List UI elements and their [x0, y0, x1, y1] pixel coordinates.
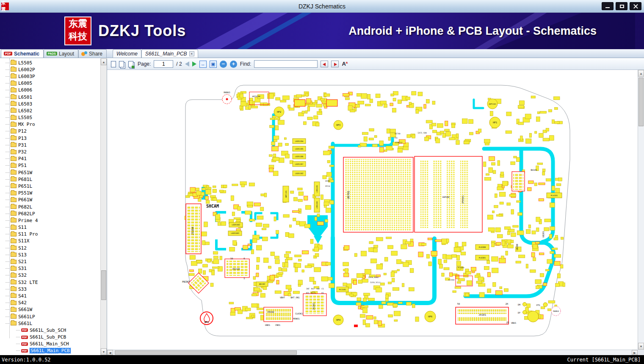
tree-folder-p661w[interactable]: P661W [0, 197, 100, 203]
tree-folder-l6502[interactable]: L6502 [0, 107, 100, 114]
banner-subtitle: Android + iPhone & PCB Layout - Schemati… [348, 25, 597, 38]
folder-icon [11, 164, 17, 168]
find-previous-icon[interactable] [321, 61, 328, 67]
zoom-in-icon[interactable]: + [230, 61, 237, 68]
tree-folder-s12[interactable]: S12 [0, 245, 100, 251]
tree-folder-s11[interactable]: S11 [0, 224, 100, 231]
page-layout-icon-2[interactable] [119, 61, 124, 67]
svg-text:PL4101: PL4101 [551, 195, 558, 197]
tab-layout[interactable]: PADS Layout [44, 49, 78, 58]
canvas-horizontal-scrollbar[interactable]: ◀ ▶ [107, 350, 638, 355]
tree-folder-s661w[interactable]: S661W [0, 306, 100, 313]
folder-icon [11, 239, 17, 243]
tree-folder-p681l[interactable]: P681L [0, 176, 100, 183]
tab-share[interactable]: Share [78, 49, 107, 58]
tree-file-s661l-main-pcb[interactable]: PDFS661L_Main_PCB [0, 347, 100, 354]
tree-folder-p13[interactable]: P13 [0, 135, 100, 142]
minimize-button[interactable] [602, 2, 614, 10]
tree-folder-l6005[interactable]: L6005 [0, 80, 100, 87]
tree-folder-s661lp[interactable]: S661LP [0, 313, 100, 320]
tree-folder-l6003p[interactable]: L6003P [0, 73, 100, 80]
svg-text:CND1: CND1 [275, 324, 280, 326]
tree-folder-s21[interactable]: S21 [0, 258, 100, 265]
scroll-down-icon[interactable]: ▼ [101, 348, 107, 355]
tree-folder-p32[interactable]: P32 [0, 148, 100, 155]
tree-file-s661l-sub-sch[interactable]: PDFS661L_Sub_SCH [0, 327, 100, 333]
tree-folder-p651w[interactable]: P651W [0, 169, 100, 176]
tree-folder-s661l[interactable]: S661L [0, 320, 100, 327]
tree-folder-s31[interactable]: S31 [0, 265, 100, 272]
tree-folder-p41[interactable]: P41 [0, 156, 100, 162]
svg-text:INT: INT [306, 288, 310, 290]
tree-folder-l6501[interactable]: L6501 [0, 94, 100, 100]
find-next-icon[interactable] [331, 61, 339, 67]
page-number-input[interactable] [154, 60, 173, 68]
folder-icon [11, 253, 17, 257]
tree-folder-prime-4[interactable]: Prime 4 [0, 217, 100, 224]
tree-folder-s11x[interactable]: S11X [0, 238, 100, 245]
tree-folder-p651l[interactable]: P651L [0, 183, 100, 189]
next-page-icon[interactable] [192, 61, 196, 67]
logo-line2: 科技 [65, 30, 91, 43]
tree-folder-s11-pro[interactable]: S11 Pro [0, 231, 100, 238]
fit-page-icon[interactable]: ▣ [210, 61, 217, 68]
hscroll-thumb[interactable] [115, 350, 297, 355]
tree-folder-mx-pro[interactable]: MX Pro [0, 121, 100, 128]
tree-folder-p682l[interactable]: P682L [0, 203, 100, 210]
svg-text:MTCK: MTCK [326, 185, 330, 187]
tree-folder-l5505[interactable]: L5505 [0, 59, 100, 66]
tree-scrollbar-thumb[interactable] [101, 270, 106, 300]
tree-folder-p31[interactable]: P31 [0, 142, 100, 148]
doc-tab-s661l-main-pcb[interactable]: S661L_Main_PCB × [141, 49, 198, 58]
tab-schematic[interactable]: PDF Schematic [1, 49, 44, 58]
text-size-icon[interactable]: Aa [342, 61, 348, 67]
window-titlebar: 东震 DZKJ Schematics [0, 0, 644, 13]
tree-scrollbar[interactable]: ▲ ▼ [100, 58, 107, 355]
fit-width-icon[interactable]: ↔ [199, 61, 207, 68]
svg-text:J4101: J4101 [478, 313, 486, 316]
tree-folder-l6002p[interactable]: L6002P [0, 66, 100, 73]
pcb-canvas[interactable]: LED5104LED5105LED5106LED5107LED5102LED55… [107, 70, 644, 355]
doc-tab-welcome[interactable]: Welcome [113, 49, 141, 58]
tree-file-s661l-main-sch[interactable]: PDFS661L_Main_SCH [0, 341, 100, 347]
svg-text:FL4102: FL4102 [448, 279, 455, 281]
pcb-drawing[interactable]: LED5104LED5105LED5106LED5107LED5102LED55… [107, 70, 636, 347]
zoom-out-icon[interactable]: − [220, 61, 227, 68]
canvas-vertical-scrollbar[interactable]: ▲ ▼ [638, 70, 644, 350]
vscroll-thumb[interactable] [638, 78, 644, 126]
svg-text:5: 5 [243, 277, 245, 280]
maximize-button[interactable] [616, 2, 627, 10]
svg-text:WP1: WP1 [205, 321, 209, 323]
tree-folder-s42[interactable]: S42 [0, 300, 100, 306]
tree-folder-p682lp[interactable]: P682LP [0, 210, 100, 217]
close-button[interactable] [630, 2, 641, 10]
tree-folder-l5505[interactable]: L5505 [0, 114, 100, 121]
tree-folder-l6006[interactable]: L6006 [0, 87, 100, 94]
tree-folder-s32-lte[interactable]: S32 LTE [0, 279, 100, 286]
folder-icon [11, 129, 17, 133]
find-input[interactable] [254, 60, 318, 68]
tree-folder-s32[interactable]: S32 [0, 272, 100, 279]
scroll-right-icon[interactable]: ▶ [632, 350, 638, 355]
page-layout-icon-1[interactable] [111, 61, 116, 67]
scroll-left-icon[interactable]: ◀ [107, 350, 113, 355]
tree-folder-l6503[interactable]: L6503 [0, 100, 100, 107]
page-layout-icon-3[interactable] [128, 61, 133, 67]
scroll-up-icon[interactable]: ▲ [638, 70, 644, 77]
tree-folder-p12[interactable]: P12 [0, 128, 100, 135]
version-label: Version:1.0.0.52 [2, 357, 51, 363]
scroll-down-icon[interactable]: ▼ [638, 343, 644, 350]
previous-page-icon[interactable] [185, 61, 189, 67]
tree-folder-s33[interactable]: S33 [0, 286, 100, 292]
doc-tab-close-icon[interactable]: × [189, 51, 194, 56]
scroll-up-icon[interactable]: ▲ [101, 58, 107, 65]
tree-folder-s41[interactable]: S41 [0, 292, 100, 299]
svg-text:50: 50 [457, 303, 460, 305]
tree-folder-p51[interactable]: P51 [0, 162, 100, 169]
tree-file-s661l-sub-pcb[interactable]: PDFS661L_Sub_PCB [0, 334, 100, 341]
folder-icon [11, 321, 17, 325]
tree-folder-p551w[interactable]: P551W [0, 190, 100, 197]
tree-folder-s13[interactable]: S13 [0, 251, 100, 258]
svg-text:B6102: B6102 [259, 283, 265, 285]
page-label: Page: [138, 61, 151, 67]
